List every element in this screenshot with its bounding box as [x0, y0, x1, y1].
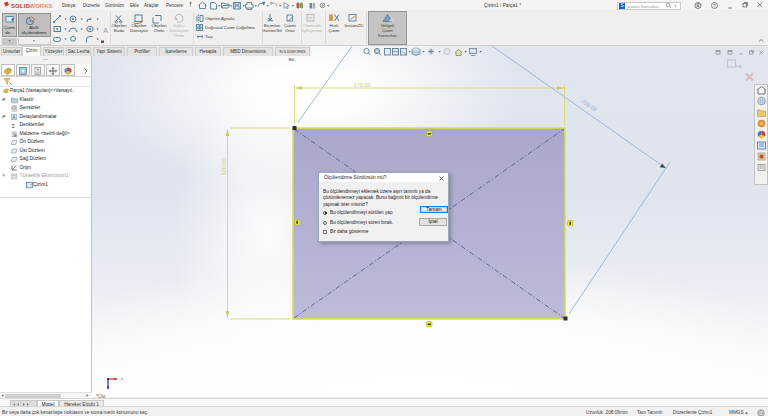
svg-text:120.00: 120.00: [221, 158, 227, 175]
svg-text:WORKS: WORKS: [30, 3, 53, 9]
svg-text:A: A: [103, 26, 108, 35]
svg-text:Σ: Σ: [12, 123, 16, 129]
svg-text:170.00: 170.00: [353, 82, 370, 88]
svg-text:SOLID: SOLID: [11, 3, 30, 9]
svg-text:x: x: [121, 376, 123, 381]
svg-text:A: A: [13, 115, 16, 120]
svg-text:?: ?: [713, 3, 716, 9]
